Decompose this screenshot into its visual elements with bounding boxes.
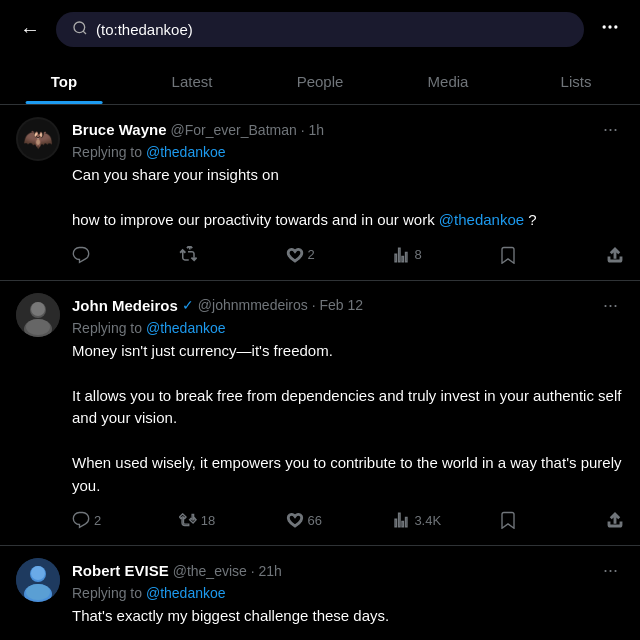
tabs-bar: Top Latest People Media Lists bbox=[0, 59, 640, 105]
search-query: (to:thedankoe) bbox=[96, 21, 193, 38]
svg-line-1 bbox=[83, 31, 86, 34]
tweet-header: John Medeiros ✓ @johnmmedeiros · Feb 12 … bbox=[72, 293, 624, 318]
user-handle: @the_evise · 21h bbox=[173, 563, 282, 579]
svg-text:🦇: 🦇 bbox=[26, 126, 51, 150]
mention[interactable]: @thedankoe bbox=[439, 211, 524, 228]
svg-point-16 bbox=[26, 584, 50, 600]
tweet-more-button[interactable]: ··· bbox=[597, 117, 624, 142]
tweet-header: Robert EVISE @the_evise · 21h ··· bbox=[72, 558, 624, 583]
svg-point-4 bbox=[614, 25, 617, 28]
tab-media[interactable]: Media bbox=[384, 59, 512, 104]
user-name: John Medeiros bbox=[72, 297, 178, 314]
avatar bbox=[16, 293, 60, 337]
like-button[interactable]: 2 bbox=[286, 242, 393, 268]
svg-point-15 bbox=[31, 566, 45, 580]
reply-indicator: Replying to @thedankoe bbox=[72, 585, 624, 601]
tab-latest[interactable]: Latest bbox=[128, 59, 256, 104]
user-name: Robert EVISE bbox=[72, 562, 169, 579]
search-bar[interactable]: (to:thedankoe) bbox=[56, 12, 584, 47]
verified-icon: ✓ bbox=[182, 297, 194, 313]
reply-indicator: Replying to @thedankoe bbox=[72, 320, 624, 336]
like-button[interactable]: 66 bbox=[286, 507, 393, 533]
svg-point-2 bbox=[603, 25, 606, 28]
bookmark-button[interactable] bbox=[499, 242, 606, 268]
table-row: John Medeiros ✓ @johnmmedeiros · Feb 12 … bbox=[0, 281, 640, 547]
tweet-more-button[interactable]: ··· bbox=[597, 558, 624, 583]
retweet-count: 18 bbox=[201, 513, 215, 528]
tweet-header: Bruce Wayne @For_ever_Batman · 1h ··· bbox=[72, 117, 624, 142]
tweet-list: 🦇 Bruce Wayne @For_ever_Batman · 1h ··· … bbox=[0, 105, 640, 640]
avatar bbox=[16, 558, 60, 602]
user-handle: @For_ever_Batman · 1h bbox=[170, 122, 324, 138]
tweet-actions: 2 8 bbox=[72, 242, 624, 268]
reply-button[interactable]: 2 bbox=[72, 507, 179, 533]
mention[interactable]: @thedankoe bbox=[146, 144, 226, 160]
tab-people[interactable]: People bbox=[256, 59, 384, 104]
back-button[interactable]: ← bbox=[16, 14, 44, 45]
tweet-more-button[interactable]: ··· bbox=[597, 293, 624, 318]
user-name: Bruce Wayne bbox=[72, 121, 166, 138]
mention[interactable]: @thedankoe bbox=[146, 585, 226, 601]
svg-rect-5 bbox=[18, 119, 58, 159]
views-count: 8 bbox=[414, 247, 421, 262]
reply-indicator: Replying to @thedankoe bbox=[72, 144, 624, 160]
bookmark-button[interactable] bbox=[499, 507, 606, 533]
views-button[interactable]: 3.4K bbox=[392, 507, 499, 533]
like-count: 2 bbox=[308, 247, 315, 262]
views-count: 3.4K bbox=[414, 513, 441, 528]
share-button[interactable] bbox=[606, 242, 624, 268]
share-button[interactable] bbox=[606, 507, 624, 533]
svg-point-10 bbox=[31, 302, 45, 316]
svg-point-11 bbox=[26, 319, 50, 335]
table-row: Robert EVISE @the_evise · 21h ··· Replyi… bbox=[0, 546, 640, 640]
tab-lists[interactable]: Lists bbox=[512, 59, 640, 104]
avatar: 🦇 bbox=[16, 117, 60, 161]
reply-button[interactable] bbox=[72, 242, 179, 268]
svg-point-3 bbox=[608, 25, 611, 28]
search-icon bbox=[72, 20, 88, 39]
mention[interactable]: @thedankoe bbox=[146, 320, 226, 336]
reply-count: 2 bbox=[94, 513, 101, 528]
header: ← (to:thedankoe) bbox=[0, 0, 640, 59]
more-options-button[interactable] bbox=[596, 13, 624, 46]
svg-point-0 bbox=[74, 22, 85, 33]
tweet-actions: 2 18 66 3.4K bbox=[72, 507, 624, 533]
user-handle: @johnmmedeiros · Feb 12 bbox=[198, 297, 363, 313]
retweet-button[interactable]: 18 bbox=[179, 507, 286, 533]
tweet-content: Money isn't just currency—it's freedom. … bbox=[72, 340, 624, 498]
tweet-content: Can you share your insights on how to im… bbox=[72, 164, 624, 232]
views-button[interactable]: 8 bbox=[392, 242, 499, 268]
table-row: 🦇 Bruce Wayne @For_ever_Batman · 1h ··· … bbox=[0, 105, 640, 281]
tweet-content: That's exactly my biggest challenge thes… bbox=[72, 605, 624, 628]
tab-top[interactable]: Top bbox=[0, 59, 128, 104]
like-count: 66 bbox=[308, 513, 322, 528]
retweet-button[interactable] bbox=[179, 242, 286, 268]
